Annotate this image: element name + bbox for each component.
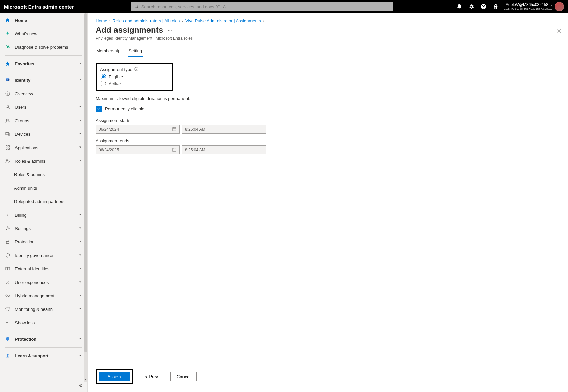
sidebar-item-identity[interactable]: Identity bbox=[0, 73, 87, 87]
sidebar-item-delegated[interactable]: Delegated admin partners bbox=[0, 195, 87, 208]
sidebar-item-learn[interactable]: Learn & support bbox=[0, 349, 87, 362]
search-input[interactable] bbox=[141, 4, 390, 9]
governance-icon bbox=[5, 252, 11, 258]
group-icon bbox=[5, 118, 11, 124]
start-date-input[interactable]: 06/24/2024 bbox=[96, 125, 180, 134]
chevron-down-icon bbox=[78, 337, 82, 342]
sidebar-item-protection-section[interactable]: Protection bbox=[0, 332, 87, 346]
chevron-down-icon bbox=[78, 226, 82, 231]
sidebar-item-monitoring[interactable]: Monitoring & health bbox=[0, 302, 87, 316]
time-value: 8:25:04 AM bbox=[185, 148, 205, 152]
more-actions-button[interactable]: ⋯ bbox=[166, 28, 173, 33]
radio-eligible[interactable]: Eligible bbox=[101, 74, 169, 79]
main-panel: Home› Roles and administrators | All rol… bbox=[88, 13, 568, 392]
notifications-icon[interactable] bbox=[454, 1, 465, 12]
sidebar-scrollbar[interactable] bbox=[84, 13, 87, 382]
sidebar-item-protection[interactable]: Protection bbox=[0, 235, 87, 249]
chevron-down-icon bbox=[78, 266, 82, 271]
svg-rect-6 bbox=[6, 146, 7, 147]
sidebar-label: Roles & admins bbox=[14, 172, 45, 177]
gear-icon bbox=[5, 225, 11, 231]
sidebar-item-applications[interactable]: Applications bbox=[0, 141, 87, 154]
permanently-eligible-checkbox[interactable]: Permanently eligible bbox=[96, 106, 560, 112]
svg-rect-7 bbox=[8, 146, 9, 147]
sidebar-label: Diagnose & solve problems bbox=[15, 45, 68, 50]
sidebar-item-devices[interactable]: Devices bbox=[0, 127, 87, 141]
shield-icon bbox=[5, 336, 11, 342]
start-time-input[interactable]: 8:25:04 AM bbox=[182, 125, 266, 134]
sidebar-item-hybrid[interactable]: Hybrid management bbox=[0, 289, 87, 302]
breadcrumb-link[interactable]: Roles and administrators | All roles bbox=[112, 18, 180, 23]
tab-setting[interactable]: Setting bbox=[128, 46, 143, 57]
end-time-input[interactable]: 8:25:04 AM bbox=[182, 145, 266, 154]
svg-point-20 bbox=[6, 322, 7, 323]
svg-point-11 bbox=[8, 161, 9, 162]
sidebar: Home What's new Diagnose & solve problem… bbox=[0, 13, 88, 392]
chevron-down-icon bbox=[78, 118, 82, 123]
sidebar-label: Delegated admin partners bbox=[14, 199, 65, 204]
svg-rect-25 bbox=[173, 127, 176, 131]
chevron-down-icon bbox=[78, 239, 82, 244]
user-icon bbox=[5, 104, 11, 110]
global-search[interactable] bbox=[131, 2, 393, 11]
sidebar-label: Identity governance bbox=[15, 253, 53, 258]
chevron-down-icon bbox=[78, 293, 82, 298]
prev-button[interactable]: < Prev bbox=[139, 372, 164, 381]
sidebar-item-groups[interactable]: Groups bbox=[0, 114, 87, 127]
page-title: Add assignments bbox=[96, 25, 163, 35]
svg-point-3 bbox=[8, 119, 9, 121]
chevron-down-icon bbox=[78, 307, 82, 312]
sidebar-item-roles-admins[interactable]: Roles & admins bbox=[0, 154, 87, 168]
sidebar-item-overview[interactable]: Overview bbox=[0, 87, 87, 100]
help-icon[interactable] bbox=[478, 1, 489, 12]
chevron-down-icon bbox=[78, 61, 82, 66]
chevron-up-icon bbox=[78, 353, 82, 358]
end-date-input[interactable]: 06/24/2025 bbox=[96, 145, 180, 154]
svg-rect-8 bbox=[6, 148, 7, 149]
account-tenant: CONTOSO (M365X03215873.ON... bbox=[504, 7, 552, 11]
sidebar-label: Groups bbox=[15, 118, 29, 123]
sidebar-item-settings[interactable]: Settings bbox=[0, 222, 87, 235]
svg-point-1 bbox=[7, 105, 8, 107]
tab-membership[interactable]: Membership bbox=[96, 46, 121, 57]
close-button[interactable] bbox=[557, 28, 562, 35]
sidebar-item-roles-admins-sub[interactable]: Roles & admins bbox=[0, 168, 87, 181]
sidebar-item-whatsnew[interactable]: What's new bbox=[0, 27, 87, 40]
sidebar-item-governance[interactable]: Identity governance bbox=[0, 249, 87, 262]
assign-button[interactable]: Assign bbox=[99, 372, 130, 381]
checkbox-label: Permanently eligible bbox=[105, 106, 144, 111]
sidebar-label: Devices bbox=[15, 132, 30, 137]
svg-rect-12 bbox=[6, 213, 9, 217]
sidebar-item-diagnose[interactable]: Diagnose & solve problems bbox=[0, 40, 87, 54]
radio-active[interactable]: Active bbox=[101, 81, 169, 86]
calendar-icon bbox=[172, 127, 177, 132]
billing-icon bbox=[5, 212, 11, 218]
chevron-up-icon bbox=[78, 159, 82, 164]
chevron-down-icon bbox=[78, 213, 82, 218]
radio-icon bbox=[101, 74, 106, 79]
breadcrumb-link[interactable]: Viva Pulse Administrator | Assignments bbox=[185, 18, 261, 23]
feedback-icon[interactable] bbox=[490, 1, 501, 12]
sidebar-item-show-less[interactable]: Show less bbox=[0, 316, 87, 329]
sidebar-item-favorites[interactable]: Favorites bbox=[0, 57, 87, 70]
svg-rect-16 bbox=[8, 267, 10, 270]
radio-icon bbox=[101, 81, 106, 86]
breadcrumb-link[interactable]: Home bbox=[96, 18, 107, 23]
collapse-sidebar-button[interactable] bbox=[76, 381, 85, 389]
assignment-starts-label: Assignment starts bbox=[96, 118, 130, 123]
sidebar-item-admin-units[interactable]: Admin units bbox=[0, 181, 87, 195]
learn-icon bbox=[5, 353, 11, 359]
sidebar-item-user-experiences[interactable]: User experiences bbox=[0, 275, 87, 289]
sidebar-item-home[interactable]: Home bbox=[0, 13, 87, 27]
sidebar-item-external[interactable]: External Identities bbox=[0, 262, 87, 275]
account-menu[interactable]: AdeleV@M365x032158... CONTOSO (M365X0321… bbox=[504, 2, 564, 11]
sidebar-item-users[interactable]: Users bbox=[0, 100, 87, 114]
info-icon[interactable] bbox=[134, 67, 138, 72]
svg-rect-9 bbox=[8, 148, 9, 149]
sidebar-item-billing[interactable]: Billing bbox=[0, 208, 87, 222]
wrench-icon bbox=[5, 44, 11, 50]
svg-rect-14 bbox=[6, 241, 9, 243]
settings-icon[interactable] bbox=[466, 1, 477, 12]
chevron-down-icon bbox=[78, 132, 82, 137]
cancel-button[interactable]: Cancel bbox=[170, 372, 197, 381]
